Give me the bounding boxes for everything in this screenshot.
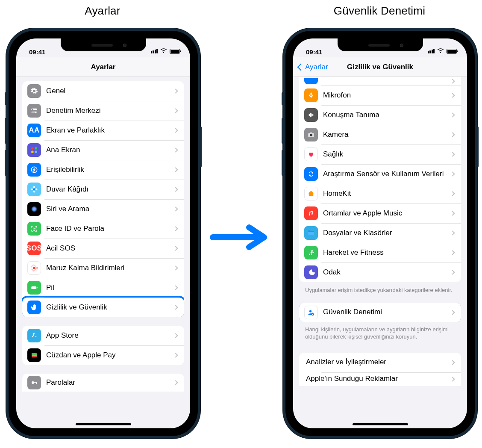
appstore-icon xyxy=(27,329,41,342)
row-files[interactable]: Dosyalar ve Klasörler xyxy=(299,223,461,243)
chevron-right-icon xyxy=(450,211,455,215)
row-label: Apple'ın Sunduğu Reklamlar xyxy=(306,374,451,383)
research-icon xyxy=(304,167,318,181)
chevron-right-icon xyxy=(450,112,455,117)
phone-left-frame: 09:41 Ayarlar Genel Denetim Merkezi AAEk… xyxy=(6,28,200,439)
row-focus[interactable]: Odak xyxy=(299,262,461,282)
row-control-center[interactable]: Denetim Merkezi xyxy=(22,101,184,121)
row-partial[interactable] xyxy=(299,77,461,85)
row-passwords[interactable]: Parolalar xyxy=(22,374,184,392)
chevron-right-icon xyxy=(450,79,455,83)
row-apple-ads[interactable]: Apple'ın Sunduğu Reklamlar xyxy=(299,372,461,386)
homekit-icon xyxy=(304,187,318,200)
row-battery[interactable]: Pil xyxy=(22,278,184,298)
svg-point-11 xyxy=(33,186,35,189)
aa-icon: AA xyxy=(27,124,41,137)
svg-rect-29 xyxy=(36,382,37,384)
svg-point-12 xyxy=(33,191,35,193)
row-faceid[interactable]: Face ID ve Parola xyxy=(22,219,184,239)
row-media[interactable]: Ortamlar ve Apple Music xyxy=(299,203,461,223)
folder-icon xyxy=(304,226,318,240)
chevron-right-icon xyxy=(450,377,455,381)
svg-rect-6 xyxy=(31,151,33,153)
partial-icon xyxy=(304,78,318,84)
svg-point-2 xyxy=(32,109,33,110)
row-label: Kamera xyxy=(323,130,451,139)
mic-icon xyxy=(304,88,318,102)
row-label: Sağlık xyxy=(323,150,451,159)
home-indicator[interactable] xyxy=(353,423,408,425)
row-siri[interactable]: Siri ve Arama xyxy=(22,199,184,219)
home-indicator[interactable] xyxy=(76,423,131,425)
battery-icon xyxy=(27,281,41,295)
svg-point-9 xyxy=(34,168,35,169)
svg-point-16 xyxy=(33,228,33,228)
page-title: Ayarlar xyxy=(91,63,116,71)
battery-status-icon xyxy=(447,49,457,54)
row-health[interactable]: Sağlık xyxy=(299,144,461,164)
row-appstore[interactable]: App Store xyxy=(22,326,184,345)
key-icon xyxy=(27,376,41,389)
row-motion[interactable]: Hareket ve Fitness xyxy=(299,243,461,262)
row-home-screen[interactable]: Ana Ekran xyxy=(22,140,184,160)
chevron-right-icon xyxy=(450,132,455,137)
chevron-right-icon xyxy=(173,108,178,113)
chevron-right-icon xyxy=(450,152,455,156)
row-analytics[interactable]: Analizler ve İyileştirmeler xyxy=(299,353,461,372)
row-display[interactable]: AAEkran ve Parlaklık xyxy=(22,121,184,140)
row-label: Erişilebilirlik xyxy=(46,165,174,174)
back-label: Ayarlar xyxy=(305,63,328,71)
chevron-right-icon xyxy=(173,305,178,309)
svg-rect-5 xyxy=(35,147,37,149)
chevron-right-icon xyxy=(450,93,455,97)
cellular-icon xyxy=(428,49,435,53)
chevron-right-icon xyxy=(173,128,178,133)
row-label: Konuşma Tanıma xyxy=(323,111,451,119)
row-label: Denetim Merkezi xyxy=(46,106,174,115)
row-exposure[interactable]: Maruz Kalma Bildirimleri xyxy=(22,258,184,278)
siri-icon xyxy=(27,202,41,216)
row-label: Analizler ve İyileştirmeler xyxy=(306,358,451,366)
wallet-icon xyxy=(27,348,41,362)
row-general[interactable]: Genel xyxy=(22,81,184,101)
phone-right-frame: 09:41 Ayarlar Gizlilik ve Güvenlik Mikro… xyxy=(283,28,477,439)
settings-group-3: Parolalar xyxy=(22,374,184,392)
row-homekit[interactable]: HomeKit xyxy=(299,184,461,203)
arrow-right-icon xyxy=(209,222,273,254)
row-label: Cüzdan ve Apple Pay xyxy=(46,351,174,360)
chevron-right-icon xyxy=(173,206,178,211)
row-accessibility[interactable]: Erişilebilirlik xyxy=(22,160,184,180)
row-label: Acil SOS xyxy=(46,244,174,253)
switches-icon xyxy=(27,104,41,118)
settings-group-1: Genel Denetim Merkezi AAEkran ve Parlakl… xyxy=(22,81,184,317)
row-wallet[interactable]: Cüzdan ve Apple Pay xyxy=(22,345,184,365)
grid-icon xyxy=(27,143,41,157)
chevron-right-icon xyxy=(173,88,178,93)
row-privacy[interactable]: Gizlilik ve Güvenlik xyxy=(22,298,184,317)
row-label: Siri ve Arama xyxy=(46,205,174,213)
row-sos[interactable]: SOSAcil SOS xyxy=(22,239,184,258)
row-research[interactable]: Araştırma Sensör ve Kullanım Verileri xyxy=(299,164,461,184)
back-button[interactable]: Ayarlar xyxy=(296,57,328,77)
analytics-group: Analizler ve İyileştirmeler Apple'ın Sun… xyxy=(299,353,461,386)
accessibility-icon xyxy=(27,163,41,177)
chevron-right-icon xyxy=(173,147,178,152)
row-wallpaper[interactable]: Duvar Kâğıdı xyxy=(22,180,184,199)
settings-group-2: App Store Cüzdan ve Apple Pay xyxy=(22,326,184,365)
row-camera[interactable]: Kamera xyxy=(299,125,461,144)
row-label: Mikrofon xyxy=(323,91,451,100)
navbar: Ayarlar Gizlilik ve Güvenlik xyxy=(293,57,467,77)
svg-point-14 xyxy=(35,189,38,191)
row-safety-check[interactable]: Güvenlik Denetimi xyxy=(299,303,461,322)
focus-icon xyxy=(304,265,318,279)
waveform-icon xyxy=(304,108,318,122)
svg-rect-26 xyxy=(32,356,37,357)
row-speech[interactable]: Konuşma Tanıma xyxy=(299,105,461,125)
row-microphone[interactable]: Mikrofon xyxy=(299,85,461,105)
notch xyxy=(338,38,423,51)
svg-point-27 xyxy=(32,381,34,384)
svg-point-10 xyxy=(33,189,35,191)
chevron-right-icon xyxy=(173,265,178,270)
faceid-icon xyxy=(27,222,41,236)
wifi-icon xyxy=(160,47,168,56)
